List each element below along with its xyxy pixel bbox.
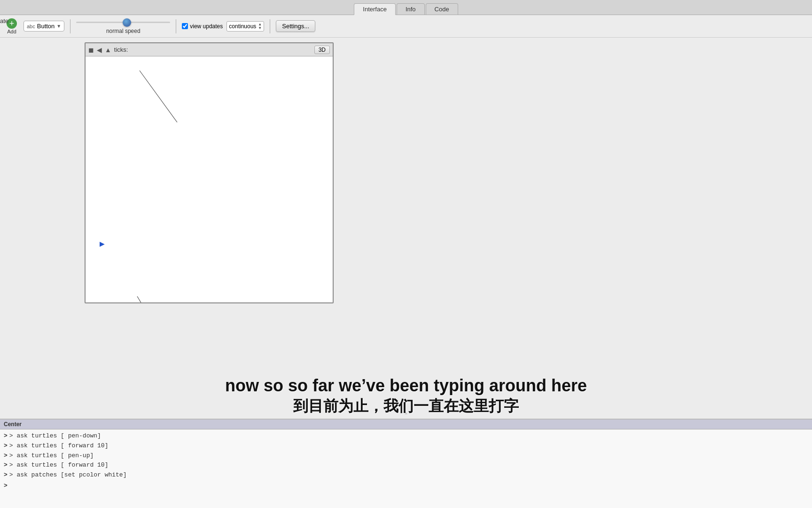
console-cmd-1: > ask turtles [ pen-down] bbox=[9, 431, 101, 441]
speed-label: normal speed bbox=[106, 28, 141, 34]
svg-line-0 bbox=[140, 71, 177, 122]
canvas-titlebar: ◼ ◀ ▲ ticks: 3D bbox=[86, 43, 333, 56]
toolbar-divider-3 bbox=[270, 19, 270, 33]
prompt-5: > bbox=[4, 470, 8, 480]
console-cmd-5: > ask patches [set pcolor white] bbox=[9, 470, 127, 480]
left-partial-text: ate bbox=[0, 16, 14, 26]
canvas-content[interactable]: ▶ bbox=[86, 56, 333, 302]
canvas-3d-button[interactable]: 3D bbox=[314, 46, 330, 54]
console-line-3: > > ask turtles [ pen-up] bbox=[4, 451, 808, 461]
console-line-5: > > ask patches [set pcolor white] bbox=[4, 470, 808, 480]
tab-code[interactable]: Code bbox=[426, 3, 458, 15]
canvas-drawing bbox=[86, 56, 333, 302]
widget-type-label: Button bbox=[37, 23, 55, 30]
world-canvas: ◼ ◀ ▲ ticks: 3D ▶ bbox=[85, 42, 334, 303]
tab-bar: Interface Info Code bbox=[0, 0, 812, 15]
view-updates-container: view updates bbox=[182, 23, 223, 30]
widget-prefix-icon: abc bbox=[27, 24, 35, 29]
view-updates-label: view updates bbox=[190, 23, 223, 30]
slider-thumb bbox=[123, 18, 131, 27]
slider-track-line bbox=[76, 22, 170, 23]
svg-line-1 bbox=[137, 296, 144, 302]
toolbar-divider-2 bbox=[176, 19, 176, 33]
subtitle-overlay: now so so far we’ve been typing around h… bbox=[0, 375, 812, 416]
canvas-minimize-icon[interactable]: ◼ bbox=[88, 46, 94, 54]
speed-slider[interactable] bbox=[76, 18, 170, 27]
canvas-title: ticks: bbox=[114, 46, 312, 53]
console-input[interactable] bbox=[9, 483, 103, 490]
toolbar: + Add abc Button ▼ normal speed view upd… bbox=[0, 15, 812, 38]
canvas-expand-icon[interactable]: ▲ bbox=[105, 46, 111, 54]
prompt-3: > bbox=[4, 451, 8, 461]
console-line-1: > > ask turtles [ pen-down] bbox=[4, 431, 808, 441]
prompt-2: > bbox=[4, 441, 8, 451]
continuous-label: continuous bbox=[229, 23, 256, 30]
console-cmd-2: > ask turtles [ forward 10] bbox=[9, 441, 109, 451]
console-line-4: > > ask turtles [ forward 10] bbox=[4, 460, 808, 470]
input-prompt: > bbox=[4, 481, 8, 491]
settings-button[interactable]: Settings... bbox=[276, 20, 315, 32]
console-line-2: > > ask turtles [ forward 10] bbox=[4, 441, 808, 451]
dropdown-arrow-icon: ▼ bbox=[56, 24, 61, 29]
add-label: Add bbox=[7, 29, 16, 34]
toolbar-divider-1 bbox=[70, 19, 70, 33]
canvas-back-icon[interactable]: ◀ bbox=[97, 46, 102, 54]
scroll-indicator[interactable]: ^ bbox=[405, 412, 407, 417]
console-area: Center > > ask turtles [ pen-down] > > a… bbox=[0, 419, 812, 508]
view-updates-checkbox[interactable] bbox=[182, 23, 188, 29]
continuous-dropdown[interactable]: continuous ▲ ▼ bbox=[226, 21, 264, 32]
console-header: Center bbox=[0, 420, 812, 429]
widget-type-dropdown[interactable]: abc Button ▼ bbox=[23, 21, 64, 32]
prompt-1: > bbox=[4, 431, 8, 441]
console-body: > > ask turtles [ pen-down] > > ask turt… bbox=[0, 429, 812, 493]
console-cmd-4: > ask turtles [ forward 10] bbox=[9, 460, 109, 470]
tab-info[interactable]: Info bbox=[397, 3, 425, 15]
prompt-4: > bbox=[4, 460, 8, 470]
console-input-line: > bbox=[4, 481, 808, 491]
tab-interface[interactable]: Interface bbox=[354, 3, 396, 15]
speed-slider-container: normal speed bbox=[76, 18, 170, 34]
console-cmd-3: > ask turtles [ pen-up] bbox=[9, 451, 94, 461]
turtle-cursor: ▶ bbox=[100, 240, 105, 247]
continuous-arrows-icon: ▲ ▼ bbox=[258, 23, 262, 30]
subtitle-english: now so so far we’ve been typing around h… bbox=[0, 375, 812, 397]
